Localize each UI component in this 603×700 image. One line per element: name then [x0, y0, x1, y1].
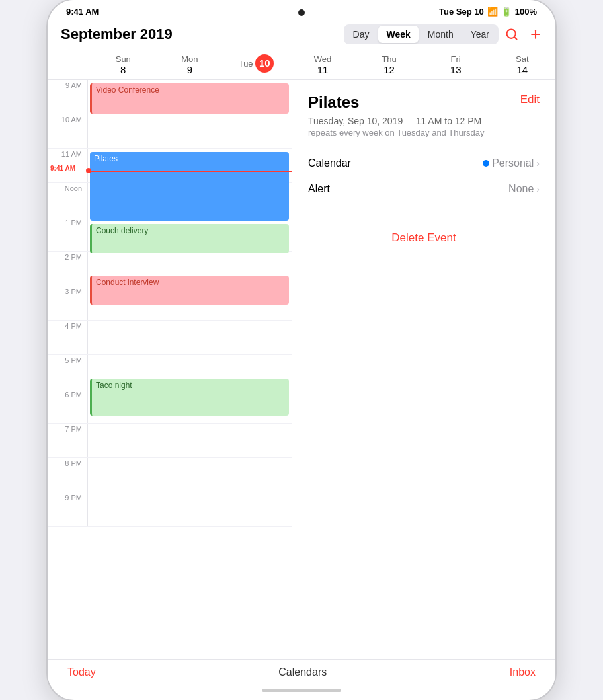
time-row-7pm: 7 PM	[48, 424, 292, 458]
event-couch-delivery[interactable]: Couch delivery	[90, 224, 289, 253]
day-header-sat[interactable]: Sat 14	[489, 54, 555, 75]
time-label-noon: Noon	[48, 183, 87, 217]
status-time: 9:41 AM	[66, 7, 99, 17]
day-header-fri[interactable]: Fri 13	[422, 54, 489, 75]
time-label-7pm: 7 PM	[48, 424, 87, 457]
tab-bar: Today Calendars Inbox	[48, 659, 555, 685]
time-slots: 9 AM 10 AM 11 AM Noon	[48, 80, 292, 527]
time-label-10am: 10 AM	[48, 114, 87, 148]
calendar-label: Calendar	[308, 157, 351, 169]
calendar-grid: 9 AM 10 AM 11 AM Noon	[48, 80, 292, 659]
calendar-chevron-icon: ›	[536, 158, 540, 169]
inbox-tab-button[interactable]: Inbox	[510, 666, 536, 678]
calendar-value: Personal ›	[483, 157, 540, 169]
event-title-conduct-interview: Conduct interview	[96, 278, 159, 287]
view-week-btn[interactable]: Week	[378, 26, 418, 43]
alert-value: None ›	[508, 183, 540, 195]
day-name-mon: Mon	[181, 54, 198, 64]
main-content: 9 AM 10 AM 11 AM Noon	[48, 80, 555, 659]
slot-7pm	[87, 424, 292, 457]
event-video-conference[interactable]: Video Conference	[90, 83, 289, 114]
edit-event-button[interactable]: Edit	[520, 93, 540, 106]
time-row-8pm: 8 PM	[48, 458, 292, 492]
event-title-pilates: Pilates	[94, 154, 118, 163]
time-label-5pm: 5 PM	[48, 355, 87, 389]
alert-chevron-icon: ›	[536, 184, 540, 194]
time-label-9am: 9 AM	[48, 80, 87, 114]
event-detail-alert-row[interactable]: Alert None ›	[308, 176, 540, 202]
time-row-9pm: 9 PM	[48, 492, 292, 527]
time-label-9pm: 9 PM	[48, 492, 87, 526]
slot-4pm	[87, 321, 292, 354]
day-num-sat: 14	[489, 64, 555, 75]
header-icons	[505, 28, 542, 41]
status-date: Tue Sep 10	[439, 7, 484, 17]
today-tab-button[interactable]: Today	[67, 666, 96, 678]
current-time-dot	[86, 168, 91, 173]
time-row-10am: 10 AM	[48, 114, 292, 149]
day-name-thu: Thu	[382, 54, 396, 64]
event-detail-header: Pilates Edit	[308, 93, 540, 112]
battery-icon: 🔋	[501, 7, 512, 17]
time-row-4pm: 4 PM	[48, 321, 292, 355]
delete-event-button[interactable]: Delete Event	[308, 222, 540, 254]
day-name-wed: Wed	[314, 54, 332, 64]
day-header-wed[interactable]: Wed 11	[290, 54, 356, 75]
view-year-btn[interactable]: Year	[463, 26, 497, 43]
day-name-tue: Tue	[239, 59, 253, 69]
time-label-6pm: 6 PM	[48, 389, 87, 423]
home-indicator	[262, 689, 341, 692]
search-icon	[505, 28, 518, 41]
time-label-1pm: 1 PM	[48, 217, 87, 251]
camera-dot	[298, 9, 305, 16]
slot-9pm	[87, 492, 292, 526]
event-detail-repeat: repeats every week on Tuesday and Thursd…	[308, 128, 540, 137]
wifi-icon: 📶	[487, 7, 498, 17]
plus-icon	[529, 28, 542, 41]
battery-pct: 100%	[515, 7, 537, 17]
day-num-mon: 9	[157, 64, 223, 75]
calendar-color-dot	[483, 160, 489, 167]
time-label-4pm: 4 PM	[48, 321, 87, 354]
event-detail-calendar-row[interactable]: Calendar Personal ›	[308, 151, 540, 176]
day-header-tue[interactable]: Tue 10	[223, 54, 290, 75]
day-name-sat: Sat	[516, 54, 529, 64]
event-title-video-conference: Video Conference	[96, 85, 159, 95]
current-time-label: 9:41 AM	[50, 165, 75, 172]
event-detail-date: Tuesday, Sep 10, 2019 11 AM to 12 PM	[308, 116, 540, 126]
day-name-sun: Sun	[116, 54, 131, 64]
view-month-btn[interactable]: Month	[420, 26, 462, 43]
event-title-taco-night: Taco night	[96, 381, 132, 390]
event-title-couch-delivery: Couch delivery	[96, 226, 148, 235]
time-label-8pm: 8 PM	[48, 458, 87, 492]
app-title: September 2019	[61, 26, 337, 43]
alert-label: Alert	[308, 183, 330, 195]
day-headers-row: Sun 8 Mon 9 Tue 10 Wed 11 Thu 12 Fri 13	[48, 50, 555, 80]
day-num-wed: 11	[290, 64, 356, 75]
status-right: Tue Sep 10 📶 🔋 100%	[439, 7, 537, 17]
event-pilates[interactable]: Pilates	[90, 152, 289, 221]
day-num-sun: 8	[90, 64, 157, 75]
event-detail-panel: Pilates Edit Tuesday, Sep 10, 2019 11 AM…	[292, 80, 555, 659]
time-label-3pm: 3 PM	[48, 286, 87, 320]
svg-line-1	[514, 37, 517, 40]
day-num-thu: 12	[356, 64, 422, 75]
add-event-button[interactable]	[529, 28, 542, 41]
day-header-sun[interactable]: Sun 8	[90, 54, 157, 75]
slot-8pm	[87, 458, 292, 492]
day-num-fri: 13	[422, 64, 489, 75]
status-bar: 9:41 AM Tue Sep 10 📶 🔋 100%	[48, 0, 555, 19]
calendars-tab-button[interactable]: Calendars	[278, 666, 327, 678]
day-name-fri: Fri	[451, 54, 461, 64]
event-taco-night[interactable]: Taco night	[90, 379, 289, 416]
view-switcher: Day Week Month Year	[344, 24, 499, 44]
event-conduct-interview[interactable]: Conduct interview	[90, 276, 289, 305]
search-button[interactable]	[505, 28, 518, 41]
slot-10am	[87, 114, 292, 148]
view-day-btn[interactable]: Day	[345, 26, 378, 43]
app-header: September 2019 Day Week Month Year	[48, 19, 555, 50]
day-num-tue: 10	[255, 54, 274, 73]
day-header-thu[interactable]: Thu 12	[356, 54, 422, 75]
day-header-mon[interactable]: Mon 9	[157, 54, 223, 75]
time-label-2pm: 2 PM	[48, 252, 87, 286]
